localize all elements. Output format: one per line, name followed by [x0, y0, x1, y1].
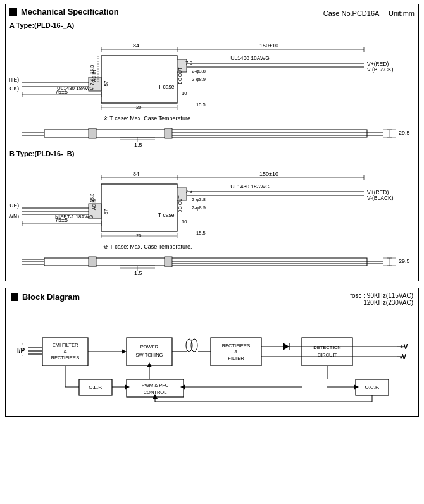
diode-symbol — [283, 343, 289, 350]
dcout-b: DC OUT — [178, 195, 182, 213]
block-svg-container: I/P ◦ ◦ ◦ EMI FILTER & RECTIFIERS — [11, 310, 413, 412]
dim-295-b: 29.5 — [399, 258, 410, 264]
vminus-a: V-(BLACK) — [367, 66, 394, 73]
svg-rect-74 — [127, 338, 172, 366]
dim-20-b: 20 — [136, 233, 141, 238]
hole-small-a: 2-φ3.8 — [192, 68, 206, 74]
acin-a: AC IN — [92, 70, 96, 82]
ul1430-left-a: UL1430 18AWG — [57, 85, 94, 91]
tcase-a: T case — [158, 83, 175, 90]
hole-small-b: 2-φ3.8 — [192, 197, 206, 202]
svg-rect-86 — [302, 338, 352, 366]
section-header-mech: Mechanical Specification — [9, 7, 119, 16]
freq-text: fosc : 90KHz(115VAC)120KHz(230VAC) — [350, 292, 413, 306]
ip-label: I/P — [17, 347, 25, 354]
det-line2: CIRCUIT — [318, 352, 337, 358]
dim-73-b: 7.3 — [185, 188, 193, 194]
arrow-olp — [125, 384, 130, 390]
svg-rect-0 — [101, 56, 177, 103]
section-icon-mech — [9, 8, 17, 16]
rf-line2: & — [234, 349, 237, 355]
type-a-svg: 84 150±10 UL1430 18AWG V+(RED) V-(BLACK)… — [9, 32, 421, 149]
ul1430-b: UL1430 18AWG — [230, 183, 270, 190]
dim-57: 57 — [103, 80, 109, 86]
section-icon-block — [11, 293, 18, 301]
mech-case-info: Case No.PCD16A Unit:mm — [323, 9, 415, 17]
ps-line2: SWITCHING — [136, 352, 163, 358]
type-a-label: A Type:(PLD-16-_A) — [9, 22, 415, 29]
ps-line1: POWER — [140, 344, 159, 350]
block-diagram-svg: I/P ◦ ◦ ◦ EMI FILTER & RECTIFIERS — [11, 310, 422, 411]
arrow-pwm-up — [147, 362, 152, 367]
tcase-b: T case — [158, 212, 175, 218]
dim-155-b: 15.5 — [196, 230, 206, 236]
section-header-block: Block Diagram — [11, 292, 80, 302]
arrow-det-ocp — [354, 384, 359, 390]
type-b-svg: 84 150±10 UL1430 18AWG V+(RED) V-(BLACK)… — [9, 160, 421, 277]
dim-10-b: 10 — [182, 219, 187, 224]
svg-rect-21 — [165, 128, 172, 138]
type-b-diagram: 84 150±10 UL1430 18AWG V+(RED) V-(BLACK)… — [9, 160, 415, 278]
acl-brown-b: AC/L(BROWN) — [9, 213, 19, 219]
svg-rect-55 — [165, 257, 172, 267]
emi-line1: EMI FILTER — [53, 342, 78, 348]
ip-minus: ◦ — [22, 353, 23, 357]
hole-large-b: 2-φ8.9 — [192, 205, 206, 211]
page: Mechanical Specification Case No.PCD16A … — [0, 0, 424, 421]
nispt-b: NISPT-1 18AWG — [55, 214, 93, 219]
dim-150: 150±10 — [259, 42, 278, 49]
dim-10-a: 10 — [182, 90, 187, 96]
type-a-diagram: 84 150±10 UL1430 18AWG V+(RED) V-(BLACK)… — [9, 32, 415, 150]
hole-large-a: 2-φ8.9 — [192, 77, 206, 82]
rf-line1: RECTIFIERS — [222, 343, 251, 348]
block-diagram-section: Block Diagram fosc : 90KHz(115VAC)120KHz… — [5, 288, 419, 417]
arrow-fb — [180, 384, 185, 390]
dim-150-b: 150±10 — [259, 171, 278, 177]
vminus-b: V-(BLACK) — [367, 195, 394, 201]
dim-57-b: 57 — [103, 209, 109, 214]
dim-84: 84 — [133, 42, 139, 49]
block-freq-info: fosc : 90KHz(115VAC)120KHz(230VAC) — [350, 292, 413, 306]
section-title-block: Block Diagram — [22, 292, 80, 302]
emi-line3: RECTIFIERS — [51, 355, 80, 360]
ul1430-a: UL1430 18AWG — [230, 55, 270, 61]
dim-155-a: 15.5 — [196, 102, 206, 108]
pwm-line1: PWM & PFC — [142, 383, 169, 388]
acin-b: AC IN — [92, 199, 96, 211]
acn-blue-b: AC/N(BLUE) — [9, 202, 19, 209]
dcout-a: DC OUT — [178, 67, 182, 85]
rf-line3: FILTER — [228, 355, 244, 361]
ip-plus: ◦ — [22, 341, 23, 346]
mech-header: Mechanical Specification Case No.PCD16A … — [9, 7, 415, 19]
dim-84-b: 84 — [133, 171, 139, 177]
case-no: Case No.PCD16A — [323, 9, 379, 17]
dim-295-a: 29.5 — [399, 130, 410, 136]
note-b: ※ T case: Max. Case Temperature. — [103, 243, 192, 250]
svg-rect-20 — [89, 128, 96, 138]
acl-black-a: AC/L(BLACK) — [9, 85, 19, 92]
ocp-label: O.C.P. — [365, 384, 380, 390]
unit: Unit:mm — [389, 9, 415, 17]
mechanical-spec-section: Mechanical Specification Case No.PCD16A … — [5, 4, 419, 281]
olp-label: O.L.P. — [89, 384, 103, 390]
note-a: ※ T case: Max. Case Temperature. — [103, 115, 192, 121]
type-b-label: B Type:(PLD-16-_B) — [9, 150, 415, 157]
dim-15-a: 1.5 — [134, 142, 142, 148]
det-line1: DETECTION — [313, 345, 340, 350]
ip-mid: ◦ — [22, 347, 23, 352]
arrow1 — [122, 349, 127, 354]
svg-rect-54 — [89, 257, 96, 267]
section-title-mech: Mechanical Specification — [21, 7, 119, 16]
dim-15-b: 1.5 — [134, 270, 142, 276]
dim-73-a: 7.3 — [185, 60, 193, 66]
acn-white-a: AC/N(WHITE) — [9, 77, 19, 83]
block-header: Block Diagram fosc : 90KHz(115VAC)120KHz… — [11, 292, 413, 306]
dim-20-a: 20 — [136, 104, 141, 110]
emi-line2: & — [63, 348, 66, 354]
svg-rect-34 — [101, 184, 177, 231]
